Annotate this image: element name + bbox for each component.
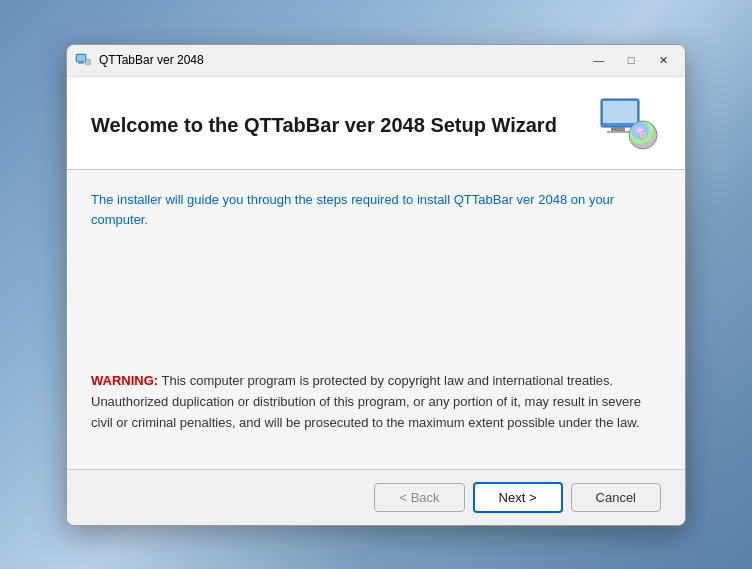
maximize-button[interactable]: □ [617, 50, 645, 70]
intro-paragraph: The installer will guide you through the… [91, 190, 661, 232]
svg-rect-1 [77, 55, 85, 61]
svg-rect-7 [603, 101, 637, 123]
svg-rect-2 [79, 62, 83, 63]
svg-point-5 [86, 60, 90, 64]
wizard-icon [597, 97, 661, 153]
minimize-button[interactable]: — [585, 50, 613, 70]
svg-rect-8 [611, 127, 625, 131]
wizard-header: Welcome to the QTTabBar ver 2048 Setup W… [67, 77, 685, 170]
wizard-content: The installer will guide you through the… [67, 170, 685, 470]
svg-rect-3 [78, 63, 84, 64]
warning-body: This computer program is protected by co… [91, 373, 641, 430]
svg-rect-9 [607, 131, 629, 133]
installer-window: QTTabBar ver 2048 — □ ✕ Welcome to the Q… [66, 44, 686, 526]
wizard-footer: < Back Next > Cancel [67, 470, 685, 525]
cancel-button[interactable]: Cancel [571, 483, 661, 512]
next-button[interactable]: Next > [473, 482, 563, 513]
back-button[interactable]: < Back [374, 483, 464, 512]
svg-point-12 [642, 133, 645, 136]
app-icon [75, 52, 91, 68]
warning-paragraph: WARNING: This computer program is protec… [91, 371, 661, 433]
wizard-title: Welcome to the QTTabBar ver 2048 Setup W… [91, 112, 581, 138]
title-bar: QTTabBar ver 2048 — □ ✕ [67, 45, 685, 77]
warning-label: WARNING: [91, 373, 158, 388]
window-controls: — □ ✕ [585, 50, 677, 70]
close-button[interactable]: ✕ [649, 50, 677, 70]
window-title: QTTabBar ver 2048 [99, 53, 585, 67]
